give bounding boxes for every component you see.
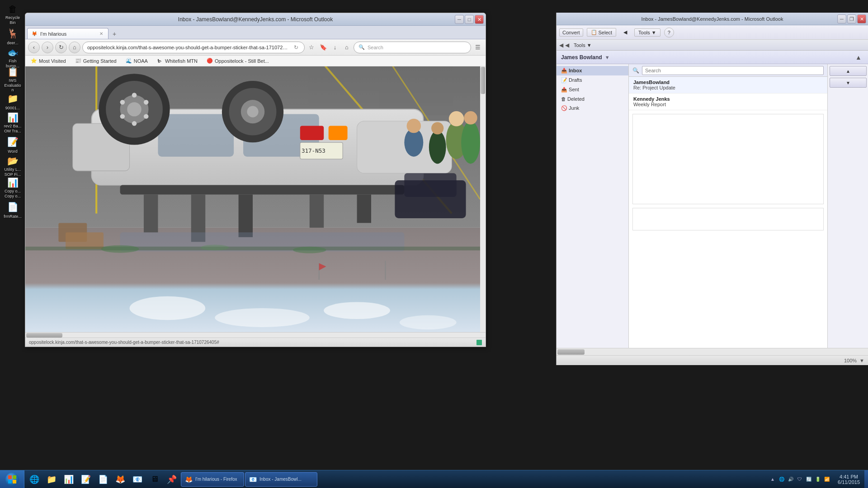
desktop-icon-utility[interactable]: 📂 Utility L... SOP Fi...	[4, 156, 22, 176]
browser-hscroll[interactable]	[25, 332, 486, 338]
back-button[interactable]: ‹	[28, 42, 40, 53]
outlook-nav-collapse-icon[interactable]: ◀	[565, 42, 569, 48]
outlook-search-input[interactable]	[642, 66, 824, 75]
outlook-nav-tools-dropdown[interactable]: Tools ▼	[571, 42, 594, 48]
outlook-expand-button[interactable]: ▲	[854, 52, 863, 62]
folder-sent[interactable]: 📤 Sent	[557, 85, 628, 94]
desktop-icon-frmrate[interactable]: 📄 frmRate...	[4, 200, 22, 220]
most-visited-favicon: ⭐	[31, 58, 37, 64]
taskbar-notepad-icon[interactable]: 📄	[95, 472, 111, 487]
desktop-icon-rev2[interactable]: 📊 rev2 Ba... OM Tra...	[4, 113, 22, 133]
desktop-icon-deer[interactable]: 🦌 deer...	[4, 26, 22, 46]
outlook-restore-button[interactable]: ❐	[847, 14, 856, 23]
hscroll-thumb[interactable]	[26, 333, 62, 338]
oppositelock-favicon: 🔴	[207, 58, 213, 64]
start-button[interactable]	[0, 470, 24, 488]
bookmark-noaa[interactable]: 🌊 NOAA	[123, 57, 151, 65]
bookmark-noaa-label: NOAA	[134, 58, 148, 64]
desktop-icon-recycle[interactable]: 🗑 Recycle Bin	[4, 5, 22, 24]
taskbar-items: 🌐 📁 📊 📝 📄 🦊 📧 🖥	[24, 470, 766, 488]
browser-scrollbar[interactable]	[480, 66, 486, 332]
folder-drafts[interactable]: 📝 Drafts	[557, 75, 628, 85]
outlook-close-button[interactable]: ✕	[857, 14, 866, 23]
tray-battery-icon[interactable]: 🔋	[814, 476, 821, 483]
show-desktop-button[interactable]	[864, 470, 868, 488]
outlook-hscroll[interactable]	[557, 348, 868, 355]
taskbar-sticky-icon[interactable]: 📌	[164, 472, 180, 487]
url-reload-button[interactable]: ↻	[292, 44, 300, 51]
taskbar-vnc-icon[interactable]: 🖥	[146, 472, 163, 487]
taskbar-firefox-app-button[interactable]: 🦊 I'm hilarious - Firefox	[181, 472, 244, 487]
right-tool-2[interactable]: ▼	[830, 78, 867, 88]
taskbar-clock[interactable]: 4:41 PM 6/11/2015	[833, 470, 864, 488]
taskbar-ie-icon[interactable]: 🌐	[26, 472, 42, 487]
firefox-app-label: I'm hilarious - Firefox	[195, 477, 237, 482]
svg-rect-44	[66, 232, 104, 249]
outlook-nav-expand-icon[interactable]: ◀	[559, 42, 563, 48]
desktop-icon-excel-copy[interactable]: 📊 Copy o... Copy o...	[4, 178, 22, 198]
minimize-button[interactable]: ─	[455, 15, 464, 24]
email-from-2: Kennedy Jenks	[633, 96, 823, 102]
firefox-app-icon: 🦊	[185, 476, 193, 483]
desktop-icon-90001[interactable]: 📁 90001...	[4, 91, 22, 111]
zoom-dropdown-button[interactable]: ▼	[859, 358, 864, 363]
help-button[interactable]: ?	[664, 28, 674, 38]
folder-junk[interactable]: 🚫 Junk	[557, 103, 628, 113]
bookmark-oppositelock[interactable]: 🔴 Oppositelock - Still Bet...	[204, 57, 272, 65]
scrollbar-thumb[interactable]	[481, 67, 485, 94]
outlook-hscroll-thumb[interactable]	[557, 349, 585, 355]
desktop-icon-iws[interactable]: 📋 IWS Evaluation	[4, 70, 22, 89]
convert-button[interactable]: Convert	[559, 28, 583, 37]
maximize-button[interactable]: □	[465, 15, 474, 24]
outlook-user-dropdown-icon[interactable]: ▼	[605, 55, 610, 60]
tab-close-button[interactable]: ✕	[98, 31, 104, 37]
search-bar[interactable]: 🔍 Search	[354, 42, 471, 53]
new-tab-button[interactable]: +	[109, 29, 119, 39]
close-button[interactable]: ✕	[475, 15, 484, 24]
taskbar-explorer-icon[interactable]: 📁	[43, 472, 60, 487]
forward-button[interactable]: ›	[42, 42, 53, 53]
tray-wifi-icon[interactable]: 📶	[823, 476, 830, 483]
tray-speaker-icon[interactable]: 🔊	[787, 476, 794, 483]
taskbar-word-icon[interactable]: 📝	[78, 472, 94, 487]
select-button[interactable]: 📋 Select	[587, 28, 617, 37]
tray-security-icon[interactable]: 🛡	[796, 476, 803, 483]
frmrate-icon: 📄	[6, 201, 19, 213]
taskbar: 🌐 📁 📊 📝 📄 🦊 📧 🖥	[0, 470, 868, 488]
taskbar-excel-icon[interactable]: 📊	[61, 472, 77, 487]
bookmarks-star-icon[interactable]: ☆	[307, 42, 316, 52]
right-tool-1[interactable]: ▲	[830, 66, 867, 76]
tools-button[interactable]: Tools ▼	[634, 28, 660, 37]
downloads-icon[interactable]: ↓	[330, 42, 340, 52]
reload-button[interactable]: ↻	[55, 42, 67, 53]
tray-update-icon[interactable]: 🔄	[805, 476, 812, 483]
svg-point-36	[407, 119, 421, 133]
home-nav-icon[interactable]: ⌂	[342, 42, 352, 52]
bookmark-whitefish[interactable]: ⛷ Whitefish MTN	[154, 57, 200, 65]
outlook-minimize-button[interactable]: ─	[837, 14, 846, 23]
email-row-1[interactable]: JamesBowland Re: Project Update	[629, 77, 827, 94]
tray-network-icon[interactable]: 🌐	[778, 476, 785, 483]
bookmark-this-icon[interactable]: 🔖	[318, 42, 328, 52]
word-icon: 📝	[6, 136, 19, 148]
url-bar[interactable]: oppositelock.kinja.com/that-s-awesome-yo…	[82, 42, 305, 53]
desktop-icon-fish[interactable]: 🐟 Fish bump...	[4, 48, 22, 68]
menu-icon[interactable]: ☰	[473, 42, 483, 52]
navigate-back-icon[interactable]: ◀	[620, 28, 631, 36]
browser-tab-active[interactable]: 🦊 I'm hilarious ✕	[27, 28, 108, 39]
tab-label: I'm hilarious	[40, 31, 66, 37]
folder-inbox[interactable]: 📥 Inbox	[557, 66, 628, 75]
svg-rect-57	[404, 173, 456, 197]
bookmark-getting-started[interactable]: 📰 Getting Started	[72, 57, 119, 65]
taskbar-outlook-app-button[interactable]: 📧 Inbox - JamesBowl...	[245, 472, 317, 487]
email-row-2[interactable]: Kennedy Jenks Weekly Report	[629, 94, 827, 110]
desktop-icon-word[interactable]: 📝 Word	[4, 135, 22, 155]
tray-arrow-icon[interactable]: ▲	[769, 476, 776, 483]
excel-copy-label: Copy o... Copy o...	[4, 189, 22, 199]
bookmark-most-visited[interactable]: ⭐ Most Visited	[28, 57, 69, 65]
home-button[interactable]: ⌂	[69, 42, 80, 53]
taskbar-firefox-icon[interactable]: 🦊	[112, 472, 128, 487]
help-label: ?	[668, 30, 670, 35]
folder-deleted[interactable]: 🗑 Deleted	[557, 94, 628, 103]
taskbar-outlook-icon[interactable]: 📧	[129, 472, 146, 487]
